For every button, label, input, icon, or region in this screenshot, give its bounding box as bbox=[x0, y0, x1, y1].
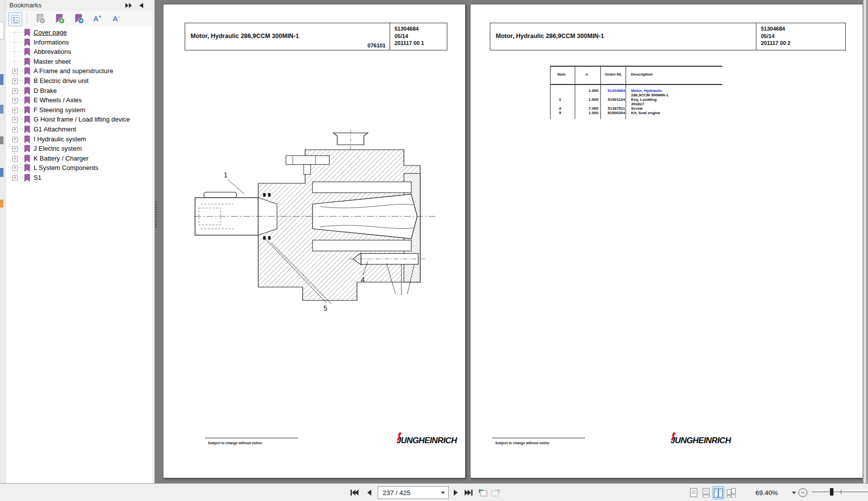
combo-caret-icon[interactable] bbox=[441, 492, 445, 494]
bookmark-label[interactable]: J Electric system bbox=[34, 145, 82, 152]
page1-figure-number: 076101 bbox=[367, 42, 386, 48]
expand-plus-icon[interactable]: + bbox=[12, 98, 18, 103]
bookmark-item[interactable]: + L System Components bbox=[5, 163, 152, 173]
facing-pages-layout-button[interactable] bbox=[712, 486, 724, 500]
cell-order-number[interactable]: 51387511 bbox=[608, 106, 625, 111]
page-number-combobox[interactable]: 237 / 425 bbox=[378, 486, 449, 499]
bookmark-label[interactable]: Abbrevations bbox=[34, 48, 71, 55]
footer-note: Subject to change without notice bbox=[495, 441, 550, 445]
bookmark-flag-icon bbox=[24, 145, 31, 153]
bookmark-item[interactable]: + Cover page bbox=[5, 28, 152, 38]
cell-description[interactable]: Kit, Seal engine bbox=[631, 111, 661, 115]
previous-page-button[interactable] bbox=[363, 487, 375, 499]
previous-view-button[interactable] bbox=[477, 487, 489, 499]
bookmark-item[interactable]: + E Wheels / Axles bbox=[5, 95, 152, 105]
expand-plus-icon[interactable]: + bbox=[12, 166, 18, 171]
table-row: 1 1.000 51501134 Key, Locating 30x8x7 bbox=[550, 97, 722, 106]
expand-plus-icon[interactable]: + bbox=[12, 108, 18, 113]
cell-order-number[interactable]: 51500204 bbox=[607, 111, 625, 115]
expand-plus-icon[interactable]: + bbox=[12, 127, 18, 132]
continuous-facing-layout-button[interactable] bbox=[726, 486, 737, 499]
zoom-caret-icon[interactable] bbox=[792, 492, 796, 494]
bookmark-item[interactable]: + F Steering system bbox=[5, 105, 152, 115]
add-bookmark-button[interactable] bbox=[53, 12, 66, 25]
decrease-text-size-button[interactable]: A- bbox=[110, 12, 122, 25]
bookmark-label[interactable]: B Electric drive unit bbox=[34, 77, 88, 84]
next-view-button[interactable] bbox=[490, 487, 502, 499]
first-page-button[interactable] bbox=[349, 487, 360, 499]
parts-table-body: 1.000 51304684 Motor, Hydraulic 286,9CCM… bbox=[550, 88, 722, 115]
bookmark-item[interactable]: + K Battery / Charger bbox=[5, 154, 152, 164]
scrollbar-thumb[interactable] bbox=[864, 0, 866, 483]
table-row: 4 7.000 51387511 Screw bbox=[550, 106, 722, 111]
bookmark-label[interactable]: G Hoist frame / Load lifting device bbox=[34, 116, 130, 123]
expand-plus-icon[interactable]: + bbox=[12, 69, 18, 74]
bookmark-label[interactable]: G1 Attachment bbox=[34, 125, 76, 133]
expand-plus-icon[interactable]: + bbox=[12, 137, 18, 142]
cell-description[interactable]: Screw bbox=[631, 106, 643, 111]
expand-plus-icon[interactable]: + bbox=[12, 175, 18, 181]
collapse-left-icon[interactable] bbox=[138, 2, 144, 9]
document-area[interactable]: Motor, Hydraulic 286,9CCM 300MIN-1 07610… bbox=[155, 0, 868, 483]
bookmark-item[interactable]: + Informations bbox=[5, 38, 152, 47]
bookmark-item[interactable]: + A Frame and superstructure bbox=[5, 66, 152, 76]
zoom-level-value[interactable]: 69.40% bbox=[755, 489, 778, 497]
expand-plus-icon[interactable]: + bbox=[12, 117, 18, 123]
bookmark-item[interactable]: + Abbrevations bbox=[5, 47, 152, 57]
cell-item: 5 bbox=[559, 111, 561, 115]
zoom-slider-track[interactable] bbox=[812, 492, 868, 492]
splitter-grip[interactable] bbox=[155, 202, 157, 228]
bookmark-item[interactable]: + J Electric system bbox=[5, 144, 152, 154]
zoom-slider-handle[interactable] bbox=[830, 488, 833, 496]
bookmark-label[interactable]: Cover page bbox=[34, 29, 67, 36]
col-header-n: n bbox=[586, 72, 588, 77]
bookmark-item[interactable]: + G1 Attachment bbox=[5, 125, 152, 134]
delete-bookmark-button[interactable] bbox=[34, 12, 47, 25]
cell-order-number[interactable]: 51501134 bbox=[608, 97, 625, 102]
bookmark-label[interactable]: S1 bbox=[34, 174, 41, 181]
bookmark-item[interactable]: + S1 bbox=[5, 173, 152, 183]
cell-description[interactable]: Key, Locating bbox=[631, 97, 657, 102]
bookmark-label[interactable]: F Steering system bbox=[34, 106, 85, 114]
bookmark-label[interactable]: E Wheels / Axles bbox=[34, 96, 82, 104]
increase-text-size-button[interactable]: A+ bbox=[91, 12, 104, 25]
go-to-bookmark-button[interactable] bbox=[73, 12, 85, 25]
bookmark-flag-icon bbox=[24, 87, 31, 95]
bookmark-label[interactable]: Master sheet bbox=[34, 58, 71, 65]
bookmark-flag-icon bbox=[24, 106, 31, 114]
bookmark-item[interactable]: + Master sheet bbox=[5, 57, 152, 67]
footer-note: Subject to change without notice bbox=[208, 441, 262, 445]
single-page-layout-button[interactable] bbox=[688, 486, 699, 499]
bookmark-flag-icon bbox=[24, 116, 31, 124]
collapse-chevrons-icon[interactable] bbox=[124, 2, 132, 9]
vertical-scrollbar[interactable] bbox=[863, 0, 868, 483]
expand-plus-icon[interactable]: + bbox=[12, 79, 18, 84]
cell-item: 1 bbox=[559, 97, 561, 102]
bookmark-flag-icon bbox=[24, 125, 31, 133]
bookmarks-toolbar: A+ A- bbox=[5, 11, 152, 27]
expand-plus-icon[interactable]: + bbox=[12, 146, 18, 152]
bookmark-label[interactable]: L System Components bbox=[34, 164, 98, 171]
next-page-button[interactable] bbox=[450, 487, 462, 499]
bookmark-item[interactable]: + I Hydraulic system bbox=[5, 134, 152, 144]
bookmark-label[interactable]: Informations bbox=[34, 39, 69, 46]
cell-order-number[interactable]: 51304684 bbox=[607, 88, 625, 93]
cell-quantity: 7.000 bbox=[589, 106, 598, 111]
bookmark-label[interactable]: D Brake bbox=[34, 87, 57, 94]
panel-icon-fragment bbox=[0, 168, 3, 177]
bookmark-label[interactable]: A Frame and superstructure bbox=[34, 67, 113, 75]
zoom-out-button[interactable]: − bbox=[798, 488, 807, 497]
continuous-layout-button[interactable] bbox=[701, 486, 711, 499]
last-page-button[interactable] bbox=[463, 487, 474, 499]
bookmark-options-button[interactable] bbox=[8, 12, 22, 26]
expand-plus-icon[interactable]: + bbox=[12, 88, 18, 94]
bookmark-label[interactable]: I Hydraulic system bbox=[34, 135, 86, 143]
side-tab-strip[interactable] bbox=[0, 0, 5, 483]
bookmark-label[interactable]: K Battery / Charger bbox=[34, 155, 88, 162]
bookmark-item[interactable]: + D Brake bbox=[5, 86, 152, 96]
bookmark-item[interactable]: + G Hoist frame / Load lifting device bbox=[5, 115, 152, 125]
bookmark-item[interactable]: + B Electric drive unit bbox=[5, 76, 152, 86]
bookmark-flag-icon bbox=[24, 29, 31, 37]
expand-plus-icon[interactable]: + bbox=[12, 156, 18, 162]
cell-description[interactable]: Motor, Hydraulic bbox=[631, 88, 662, 93]
